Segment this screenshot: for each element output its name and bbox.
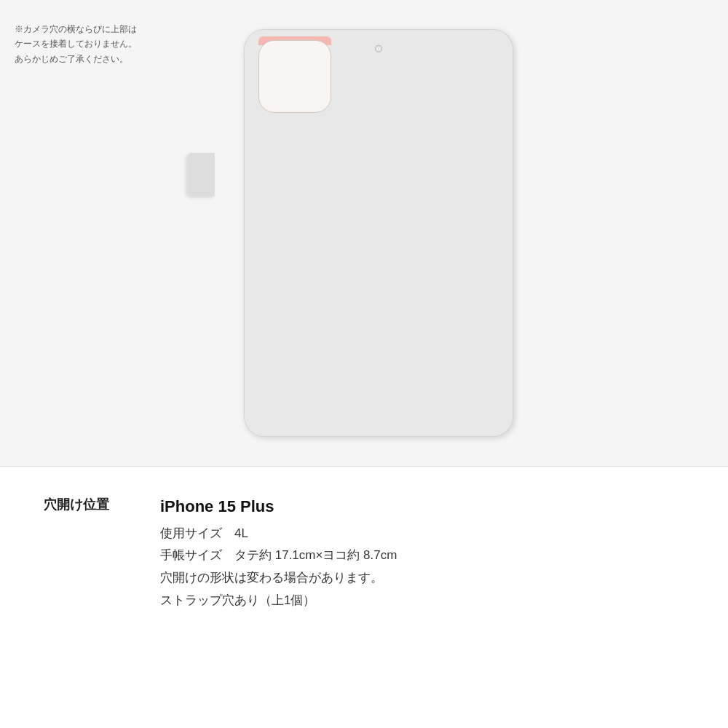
info-section: 穴開け位置 iPhone 15 Plus 使用サイズ 4L 手帳サイズ タテ約 …	[0, 467, 728, 728]
warning-text-box: ※カメラ穴の横ならびに上部はケースを接着しておりません。あらかじめご了承ください…	[15, 22, 138, 66]
info-label-column: 穴開け位置	[44, 496, 160, 514]
info-content-column: iPhone 15 Plus 使用サイズ 4L 手帳サイズ タテ約 17.1cm…	[160, 496, 684, 612]
case-back	[244, 29, 513, 437]
info-label: 穴開け位置	[44, 497, 109, 512]
hole-shape-label: 穴開けの形状は変わる場合があります。	[160, 567, 684, 590]
warning-text: ※カメラ穴の横ならびに上部はケースを接着しておりません。あらかじめご了承ください…	[15, 22, 138, 66]
strap-tab	[187, 153, 215, 197]
model-name: iPhone 15 Plus	[160, 496, 684, 518]
case-image-area: ※カメラ穴の横ならびに上部はケースを接着しておりません。あらかじめご了承ください…	[0, 0, 728, 466]
page-container: ※カメラ穴の横ならびに上部はケースを接着しておりません。あらかじめご了承ください…	[0, 0, 728, 728]
strap-label: ストラップ穴あり（上1個）	[160, 590, 684, 612]
dimensions-label: 手帳サイズ タテ約 17.1cm×ヨコ約 8.7cm	[160, 545, 684, 567]
strap-hole	[375, 45, 382, 52]
case-wrapper	[207, 22, 521, 444]
camera-cutout	[258, 40, 331, 113]
size-label: 使用サイズ 4L	[160, 523, 684, 545]
